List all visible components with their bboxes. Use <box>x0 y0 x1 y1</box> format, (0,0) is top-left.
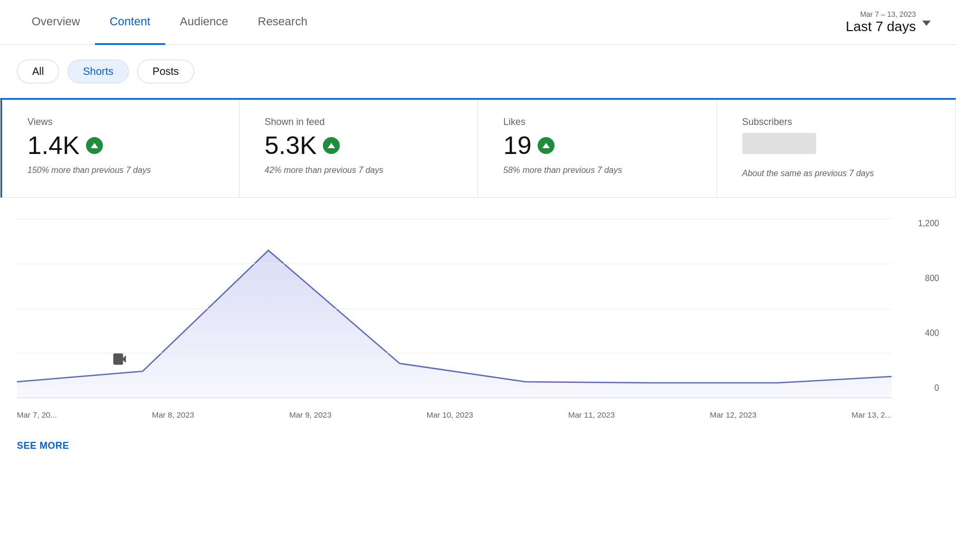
x-label-mar10: Mar 10, 2023 <box>426 410 473 419</box>
metric-value-shown-in-feed: 5.3K <box>265 133 317 158</box>
filter-pill-all[interactable]: All <box>17 60 59 83</box>
filter-pill-shorts[interactable]: Shorts <box>68 60 129 83</box>
chart-y-axis: 1,200 800 400 0 <box>897 219 939 398</box>
x-label-mar11: Mar 11, 2023 <box>568 410 615 419</box>
video-icon-marker <box>112 351 129 371</box>
y-label-800: 800 <box>925 274 939 283</box>
filter-pills-row: All Shorts Posts <box>0 45 956 98</box>
x-label-mar8: Mar 8, 2023 <box>152 410 194 419</box>
metric-change-subscribers: About the same as previous 7 days <box>742 169 931 178</box>
metric-label-likes: Likes <box>503 117 691 128</box>
see-more-button[interactable]: SEE MORE <box>0 430 86 462</box>
grid-line-1 <box>17 264 892 264</box>
grid-line-2 <box>17 308 892 309</box>
grid-line-3 <box>17 353 892 353</box>
y-label-0: 0 <box>934 383 939 393</box>
tab-research[interactable]: Research <box>243 0 322 45</box>
filter-pill-posts[interactable]: Posts <box>137 60 194 83</box>
metric-card-subscribers[interactable]: Subscribers About the same as previous 7… <box>717 100 956 198</box>
metric-value-row-likes: 19 <box>503 133 691 158</box>
x-label-mar7: Mar 7, 20... <box>17 410 57 419</box>
chart-x-axis: Mar 7, 20... Mar 8, 2023 Mar 9, 2023 Mar… <box>17 405 892 419</box>
metric-value-views: 1.4K <box>27 133 80 158</box>
date-range-subtitle: Mar 7 – 13, 2023 <box>846 10 916 18</box>
tab-content[interactable]: Content <box>95 0 165 45</box>
tab-audience[interactable]: Audience <box>165 0 243 45</box>
chart-plot-area <box>17 219 892 398</box>
x-label-mar13: Mar 13, 2... <box>852 410 892 419</box>
chart-container: 1,200 800 400 0 Mar 7, 20... Mar 8, 2023… <box>0 198 956 430</box>
metric-value-row-subscribers <box>742 133 931 161</box>
metric-value-row-views: 1.4K <box>27 133 214 158</box>
svg-marker-0 <box>17 250 892 398</box>
date-range-text: Mar 7 – 13, 2023 Last 7 days <box>846 10 916 35</box>
metric-value-row-shown-in-feed: 5.3K <box>265 133 453 158</box>
metric-label-subscribers: Subscribers <box>742 117 931 128</box>
metric-label-shown-in-feed: Shown in feed <box>265 117 453 128</box>
date-range-selector[interactable]: Mar 7 – 13, 2023 Last 7 days <box>837 6 939 39</box>
nav-tabs-bar: Overview Content Audience Research Mar 7… <box>0 0 956 45</box>
metric-value-subscribers-blurred <box>742 133 816 154</box>
metric-card-shown-in-feed[interactable]: Shown in feed 5.3K 42% more than previou… <box>240 100 479 198</box>
metric-card-views[interactable]: Views 1.4K 150% more than previous 7 day… <box>1 100 240 198</box>
grid-line-top <box>17 219 892 219</box>
chart-wrapper[interactable]: 1,200 800 400 0 Mar 7, 20... Mar 8, 2023… <box>17 219 939 419</box>
metric-change-likes: 58% more than previous 7 days <box>503 166 691 175</box>
metric-label-views: Views <box>27 117 214 128</box>
up-trend-icon-likes <box>538 137 555 154</box>
y-label-1200: 1,200 <box>918 219 939 228</box>
y-label-400: 400 <box>925 329 939 338</box>
metrics-row: Views 1.4K 150% more than previous 7 day… <box>0 98 956 198</box>
x-label-mar12: Mar 12, 2023 <box>710 410 757 419</box>
up-trend-icon-shown-in-feed <box>323 137 340 154</box>
metric-value-likes: 19 <box>503 133 531 158</box>
metric-change-shown-in-feed: 42% more than previous 7 days <box>265 166 453 175</box>
up-trend-icon-views <box>86 137 103 154</box>
date-range-title: Last 7 days <box>846 18 916 35</box>
metric-card-likes[interactable]: Likes 19 58% more than previous 7 days <box>478 100 717 198</box>
metric-change-views: 150% more than previous 7 days <box>27 166 214 175</box>
tab-overview[interactable]: Overview <box>17 0 95 45</box>
chevron-down-icon <box>922 21 931 26</box>
x-label-mar9: Mar 9, 2023 <box>289 410 331 419</box>
nav-tabs-left: Overview Content Audience Research <box>17 0 322 44</box>
